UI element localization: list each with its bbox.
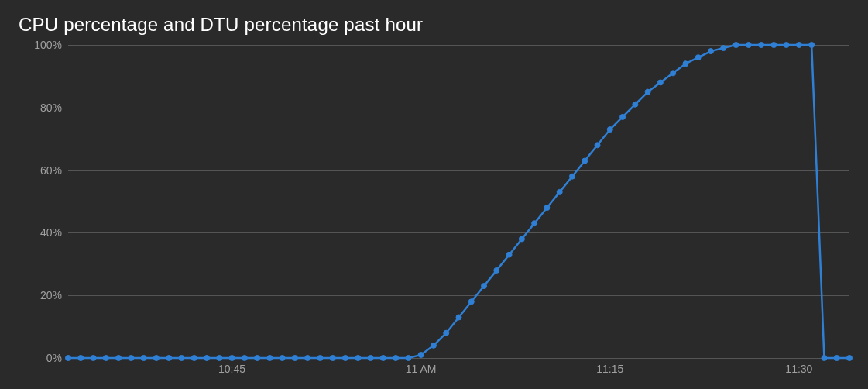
data-point[interactable] bbox=[582, 158, 588, 164]
x-tick-label: 10:45 bbox=[218, 363, 245, 375]
data-point[interactable] bbox=[746, 43, 751, 48]
plot-wrap: 0%20%40%60%80%100% bbox=[19, 45, 849, 358]
data-point[interactable] bbox=[456, 315, 461, 320]
plot-area[interactable] bbox=[68, 45, 849, 358]
data-point[interactable] bbox=[506, 252, 512, 257]
y-tick-label: 40% bbox=[40, 226, 62, 239]
data-point[interactable] bbox=[733, 43, 739, 48]
data-point[interactable] bbox=[809, 43, 815, 48]
data-point[interactable] bbox=[620, 114, 626, 119]
data-point[interactable] bbox=[431, 343, 436, 348]
data-point[interactable] bbox=[671, 71, 676, 76]
x-tick-label: 11:30 bbox=[785, 363, 812, 375]
data-point[interactable] bbox=[468, 299, 474, 305]
data-point[interactable] bbox=[418, 352, 424, 357]
chart-title: CPU percentage and DTU percentage past h… bbox=[19, 14, 849, 36]
data-point[interactable] bbox=[482, 284, 487, 289]
chart-container: CPU percentage and DTU percentage past h… bbox=[0, 0, 868, 389]
data-point[interactable] bbox=[784, 43, 789, 48]
series-line bbox=[68, 45, 849, 358]
x-tick-label: 11:15 bbox=[596, 363, 623, 375]
data-point[interactable] bbox=[557, 189, 562, 194]
data-point[interactable] bbox=[771, 43, 777, 48]
data-point[interactable] bbox=[444, 330, 449, 336]
y-tick-label: 20% bbox=[40, 289, 62, 301]
data-point[interactable] bbox=[595, 143, 600, 148]
y-axis: 0%20%40%60%80%100% bbox=[19, 45, 68, 358]
data-point[interactable] bbox=[532, 221, 537, 226]
data-point[interactable] bbox=[683, 61, 688, 67]
y-tick-label: 60% bbox=[40, 164, 62, 177]
x-tick-label: 11 AM bbox=[406, 363, 437, 375]
x-axis: 10:4511 AM11:1511:30 bbox=[68, 358, 849, 380]
chart-svg bbox=[68, 45, 849, 358]
data-point[interactable] bbox=[607, 127, 612, 133]
data-point[interactable] bbox=[494, 267, 499, 273]
data-point[interactable] bbox=[569, 174, 575, 179]
data-point[interactable] bbox=[645, 89, 650, 95]
data-point[interactable] bbox=[721, 46, 726, 51]
data-point[interactable] bbox=[657, 80, 663, 85]
data-point[interactable] bbox=[796, 43, 801, 48]
data-point[interactable] bbox=[708, 49, 713, 54]
data-point[interactable] bbox=[633, 102, 638, 107]
data-point[interactable] bbox=[519, 236, 524, 242]
data-point[interactable] bbox=[759, 43, 764, 48]
data-point[interactable] bbox=[544, 205, 550, 211]
y-tick-label: 100% bbox=[34, 39, 62, 51]
y-tick-label: 0% bbox=[46, 352, 62, 364]
y-tick-label: 80% bbox=[40, 102, 62, 114]
data-point[interactable] bbox=[695, 55, 701, 60]
